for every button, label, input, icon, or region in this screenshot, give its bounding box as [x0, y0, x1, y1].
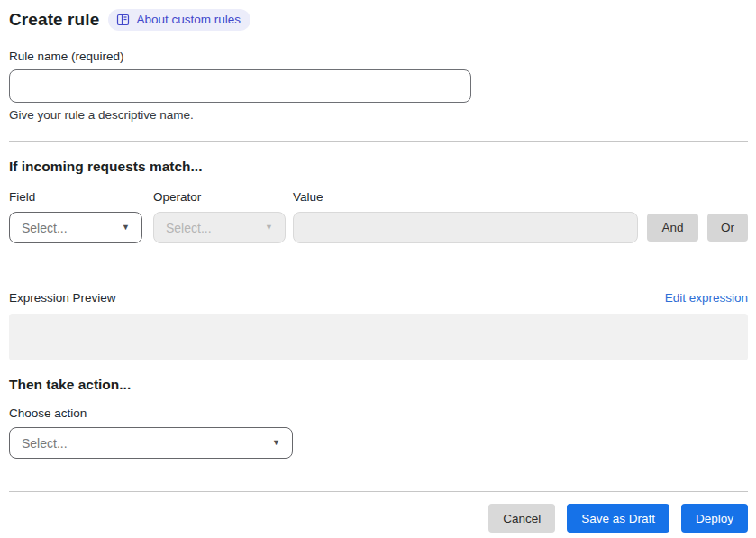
rule-name-helper: Give your rule a descriptive name. — [9, 108, 748, 122]
chevron-down-icon: ▼ — [122, 223, 130, 232]
field-label: Field — [9, 190, 153, 204]
field-select-value: Select... — [22, 221, 68, 235]
footer-actions: Cancel Save as Draft Deploy — [9, 504, 748, 533]
action-section-heading: Then take action... — [9, 377, 748, 393]
edit-expression-link[interactable]: Edit expression — [665, 291, 748, 305]
deploy-button[interactable]: Deploy — [681, 504, 748, 533]
field-select[interactable]: Select... ▼ — [9, 212, 142, 243]
and-button[interactable]: And — [647, 214, 698, 242]
page-title: Create rule — [9, 10, 99, 30]
operator-select[interactable]: Select... ▼ — [153, 212, 286, 243]
value-input[interactable] — [293, 212, 638, 243]
choose-action-label: Choose action — [9, 406, 748, 420]
book-icon — [116, 14, 130, 26]
save-as-draft-button[interactable]: Save as Draft — [567, 504, 669, 533]
operator-label: Operator — [153, 190, 293, 204]
footer-divider — [9, 491, 748, 492]
cancel-button[interactable]: Cancel — [488, 504, 555, 533]
match-controls-row: Select... ▼ Select... ▼ And Or — [9, 212, 748, 243]
chevron-down-icon: ▼ — [265, 223, 273, 232]
match-section-heading: If incoming requests match... — [9, 159, 748, 175]
divider — [9, 141, 748, 142]
expression-preview-box — [9, 314, 748, 360]
header: Create rule About custom rules — [9, 9, 748, 31]
choose-action-select-value: Select... — [22, 436, 68, 451]
rule-name-label: Rule name (required) — [9, 50, 748, 63]
choose-action-select[interactable]: Select... ▼ — [9, 427, 293, 459]
about-custom-rules-badge[interactable]: About custom rules — [108, 9, 250, 31]
about-badge-label: About custom rules — [136, 13, 241, 26]
chevron-down-icon: ▼ — [272, 439, 280, 447]
operator-select-value: Select... — [166, 221, 212, 235]
expression-preview-row: Expression Preview Edit expression — [9, 291, 748, 305]
create-rule-page: Create rule About custom rules Rule name… — [0, 0, 756, 533]
rule-name-input[interactable] — [9, 69, 471, 103]
expression-preview-label: Expression Preview — [9, 291, 116, 305]
value-label: Value — [293, 190, 323, 204]
match-labels-row: Field Operator Value — [9, 190, 748, 204]
or-button[interactable]: Or — [707, 214, 748, 242]
